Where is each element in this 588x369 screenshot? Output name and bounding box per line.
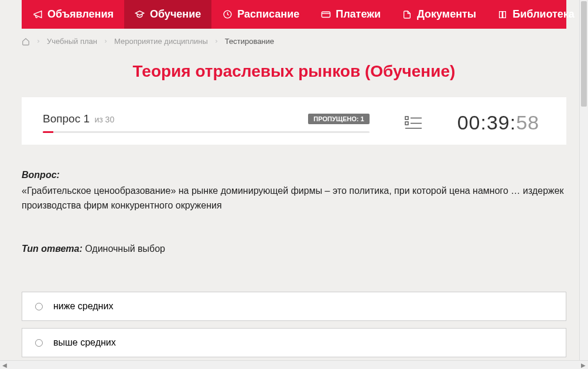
breadcrumb-link[interactable]: Мероприятие дисциплины xyxy=(114,37,208,46)
vertical-scrollbar[interactable] xyxy=(579,0,588,360)
question-text: «Грабительское ценообразование» на рынке… xyxy=(22,184,566,213)
answer-option[interactable]: ниже средних xyxy=(22,292,566,321)
timer-main: 00:39: xyxy=(457,111,517,134)
answer-type-label: Тип ответа: xyxy=(22,244,83,254)
scrollbar-thumb[interactable] xyxy=(581,1,587,107)
nav-learning[interactable]: Обучение xyxy=(124,0,211,29)
nav-documents[interactable]: Документы xyxy=(391,0,487,29)
answer-type-value: Одиночный выбор xyxy=(83,244,165,254)
doc-icon xyxy=(402,9,412,20)
svg-rect-4 xyxy=(405,122,408,125)
nav-label: Обучение xyxy=(150,8,201,20)
breadcrumb-link[interactable]: Учебный план xyxy=(47,37,97,46)
skipped-badge: ПРОПУЩЕНО: 1 xyxy=(308,114,369,124)
horizontal-scrollbar[interactable]: ◀ ▶ xyxy=(0,360,588,369)
nav-library[interactable]: Библиотека xyxy=(487,0,588,29)
answer-text: ниже средних xyxy=(53,301,113,312)
home-icon[interactable] xyxy=(22,37,30,46)
radio-input[interactable] xyxy=(35,339,43,347)
quiz-header-panel: Вопрос 1 из 30 ПРОПУЩЕНО: 1 xyxy=(22,97,566,145)
chevron-right-icon xyxy=(103,39,108,44)
chevron-right-icon xyxy=(36,39,41,44)
nav-schedule[interactable]: Расписание xyxy=(211,0,310,29)
megaphone-icon xyxy=(32,9,43,20)
nav-label: Объявления xyxy=(47,8,114,20)
chevron-right-icon xyxy=(214,39,219,44)
breadcrumb-current: Тестирование xyxy=(225,37,274,46)
progress-bar xyxy=(43,131,370,133)
scroll-right-icon[interactable]: ▶ xyxy=(580,361,587,368)
answer-option[interactable]: выше средних xyxy=(22,328,566,357)
radio-input[interactable] xyxy=(35,303,43,310)
nav-label: Расписание xyxy=(237,8,299,20)
timer-seconds: 58 xyxy=(516,111,539,134)
grad-cap-icon xyxy=(135,9,145,20)
card-icon xyxy=(320,9,331,20)
nav-label: Библиотека xyxy=(512,8,575,20)
question-body: Вопрос: «Грабительское ценообразование» … xyxy=(22,168,566,257)
book-icon xyxy=(497,9,508,20)
progress-fill xyxy=(43,131,53,133)
nav-payments[interactable]: Платежи xyxy=(310,0,391,29)
nav-announcements[interactable]: Объявления xyxy=(22,0,124,29)
svg-rect-1 xyxy=(322,12,330,17)
question-list-button[interactable] xyxy=(393,115,434,131)
scroll-left-icon[interactable]: ◀ xyxy=(1,361,8,368)
question-number: Вопрос 1 xyxy=(43,112,90,125)
clock-icon xyxy=(222,9,233,20)
nav-label: Документы xyxy=(417,8,476,20)
breadcrumb: Учебный план Мероприятие дисциплины Тест… xyxy=(4,29,584,52)
page-title: Теория отраслевых рынков (Обучение) xyxy=(4,52,584,97)
nav-label: Платежи xyxy=(336,8,381,20)
svg-rect-2 xyxy=(405,117,408,119)
question-heading-label: Вопрос: xyxy=(22,170,60,180)
answer-text: выше средних xyxy=(53,337,116,348)
answer-list: ниже средних выше средних xyxy=(22,292,566,367)
question-total: из 30 xyxy=(94,115,114,124)
top-nav: Объявления Обучение Расписание Платежи xyxy=(22,0,566,29)
timer: 00:39:58 xyxy=(457,111,545,134)
